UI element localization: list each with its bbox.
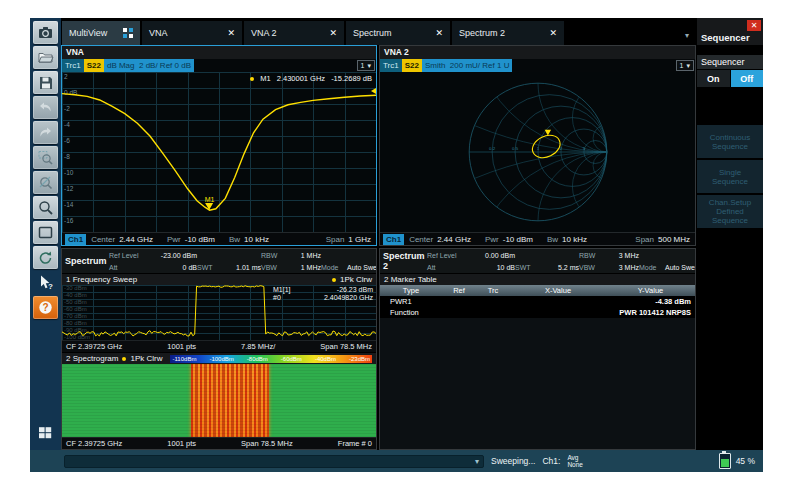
trace-mode-badge: 1Pk Clrw: [130, 354, 162, 363]
att-label: Att: [427, 264, 465, 271]
window-number: 1: [361, 62, 365, 69]
marker-y-value: -15.2689 dB: [331, 74, 372, 83]
save-icon: [37, 74, 54, 91]
sequencer-label: Sequencer: [697, 55, 763, 70]
toolbar-camera-button[interactable]: [33, 21, 58, 44]
sequencer-off-button[interactable]: Off: [731, 70, 764, 87]
toolbar-undo-button[interactable]: [33, 96, 58, 119]
tab-label: Spectrum 2: [459, 28, 505, 38]
softkey-chan-setup[interactable]: Chan.Setup Defined Sequence: [697, 195, 763, 228]
zoom-off-icon: [37, 174, 54, 191]
window-number-dropdown[interactable]: 1 ▾: [676, 60, 694, 71]
spectrum-panel-title[interactable]: Spectrum: [65, 256, 109, 266]
footer-field: Bw10 kHz: [547, 235, 587, 244]
ref-level-value: 0.00 dBm: [465, 252, 515, 259]
window-number-dropdown[interactable]: 1 ▾: [357, 60, 375, 71]
smith-chart: 0.20.5125: [458, 72, 618, 232]
marker-dot-icon: [250, 77, 254, 81]
marker-m1[interactable]: M1: [205, 196, 215, 210]
spacer: [512, 59, 674, 72]
tab-spectrum-2[interactable]: Spectrum 2✕: [452, 21, 564, 45]
close-icon[interactable]: ✕: [549, 28, 557, 38]
mode-value: Auto Sweep: [347, 264, 377, 271]
toolbar-zoom-area-button[interactable]: [33, 146, 58, 169]
footer-field: CF 2.39725 GHz: [66, 439, 122, 448]
vna-trace-bar: Trc1 S22 dB Mag 2 dB/ Ref 0 dB 1 ▾: [62, 59, 376, 72]
channel-label: Ch1:: [542, 456, 560, 466]
close-icon[interactable]: ✕: [227, 28, 235, 38]
sweep-status-text: Sweeping...: [491, 456, 535, 466]
trace-settings-chip[interactable]: dB Mag 2 dB/ Ref 0 dB: [104, 59, 194, 72]
svg-text:0.2: 0.2: [489, 146, 496, 151]
s-parameter-chip[interactable]: S22: [402, 59, 422, 72]
toolbar-zoom-button[interactable]: [33, 196, 58, 219]
svg-text:2: 2: [559, 146, 562, 151]
spectrum-footer: CF 2.39725 GHz1001 pts7.85 MHz/Span 78.5…: [62, 340, 376, 352]
spectrum-header: Spectrum Ref Level -23.00 dBm RBW 1 MHz …: [62, 249, 376, 273]
toolbar-frame-button[interactable]: [33, 221, 58, 244]
battery-percentage: 45 %: [736, 456, 755, 466]
marker-table-row: PWR1-4.38 dBm: [380, 296, 695, 307]
vna-panel-title[interactable]: VNA: [62, 46, 376, 59]
marker-table-title-bar[interactable]: 2 Marker Table: [380, 273, 695, 285]
spectrum2-panel-title[interactable]: Spectrum 2: [383, 251, 427, 271]
spacer: [697, 87, 763, 125]
message-area[interactable]: ▾: [64, 455, 484, 468]
vbw-label: VBW: [261, 264, 287, 271]
toolbar-zoom-off-button[interactable]: [33, 171, 58, 194]
toolbar-refresh-button[interactable]: [33, 246, 58, 269]
marker-readout: M1 2.430001 GHz -15.2689 dB: [250, 74, 372, 83]
marker-table-row: FunctionPWR 101412 NRP8S: [380, 307, 695, 318]
trace-name-chip[interactable]: Trc1: [62, 59, 84, 72]
windows-logo-icon: [37, 424, 54, 441]
frequency-sweep-title-bar[interactable]: 1 Frequency Sweep 1Pk Clrw: [62, 273, 376, 285]
softkey-continuous[interactable]: Continuous Sequence: [697, 125, 763, 158]
svg-text:1: 1: [536, 146, 539, 151]
marker-table-header: TypeRefTrcX-ValueY-Value: [380, 285, 695, 296]
main-area: MultiViewVNA✕VNA 2✕Spectrum✕Spectrum 2✕▾…: [61, 18, 697, 450]
marker-table-header-cell: Trc: [476, 286, 510, 295]
close-icon[interactable]: ✕: [329, 28, 337, 38]
toolbar-help-button[interactable]: ?: [33, 296, 58, 319]
panel-spectrum2: Spectrum 2 Ref Level 0.00 dBm RBW 3 MHz …: [379, 248, 696, 450]
marker-readout: M1[1]-26.23 dBm#02.4049820 GHz: [273, 286, 373, 302]
redo-icon: [37, 124, 54, 141]
zoom-area-icon: [37, 149, 54, 166]
tab-vna-2[interactable]: VNA 2✕: [244, 21, 344, 45]
toolbar-redo-button[interactable]: [33, 121, 58, 144]
toolbar-windows-logo-button[interactable]: [33, 421, 58, 444]
channel-chip[interactable]: Ch1: [65, 234, 86, 245]
tab-label: VNA 2: [251, 28, 277, 38]
trace-name-chip[interactable]: Trc1: [380, 59, 402, 72]
colorbar-label: -23dBm: [349, 356, 370, 362]
close-icon[interactable]: ✕: [747, 20, 761, 31]
tab-multiview[interactable]: MultiView: [62, 21, 140, 45]
softkey-single[interactable]: Single Sequence: [697, 160, 763, 193]
sequencer-on-button[interactable]: On: [697, 70, 730, 87]
footer-field: Span 78.5 MHz: [241, 439, 293, 448]
s-parameter-chip[interactable]: S22: [84, 59, 104, 72]
tab-spectrum[interactable]: Spectrum✕: [346, 21, 450, 45]
att-value: 10 dB: [465, 264, 515, 271]
vbw-value: 3 MHz: [605, 264, 639, 271]
vna2-panel-title[interactable]: VNA 2: [380, 46, 695, 59]
channel-chip[interactable]: Ch1: [383, 234, 404, 245]
tab-overflow-icon[interactable]: ▾: [685, 31, 697, 45]
spectrogram-texture: [62, 364, 376, 437]
toolbar-save-button[interactable]: [33, 71, 58, 94]
spacer: [194, 59, 356, 72]
mode-label: Mode: [321, 264, 347, 271]
footer-field: Bw10 kHz: [229, 235, 269, 244]
panel-vna: VNA Trc1 S22 dB Mag 2 dB/ Ref 0 dB 1 ▾ 2…: [61, 45, 377, 246]
tab-vna[interactable]: VNA✕: [142, 21, 242, 45]
camera-icon: [37, 24, 54, 41]
colorbar-label: -80dBm: [247, 356, 268, 362]
close-icon[interactable]: ✕: [435, 28, 443, 38]
status-bar: ▾ Sweeping... Ch1: Avg None 45 %: [30, 450, 763, 472]
toolbar-help-pointer-button[interactable]: ?: [33, 271, 58, 294]
sequencer-on-off-toggle: On Off: [697, 70, 763, 87]
trace-settings-chip[interactable]: Smith 200 mU/ Ref 1 U: [422, 59, 512, 72]
toolbar-open-file-button[interactable]: [33, 46, 58, 69]
help-icon: ?: [37, 299, 54, 316]
spectrogram-title-bar[interactable]: 2 Spectrogram 1Pk Clrw -110dBm-100dBm-80…: [62, 352, 376, 364]
